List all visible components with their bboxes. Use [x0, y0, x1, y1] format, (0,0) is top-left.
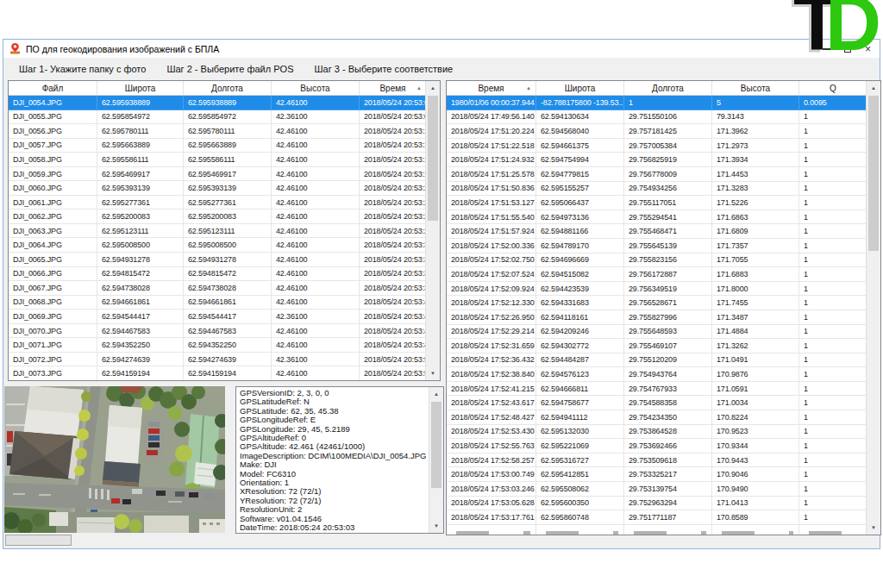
table-row[interactable]: 2018/05/24 17:51:20.22462.59456804029.75…: [447, 124, 867, 139]
table-row[interactable]: 2018/05/24 17:52:12.33062.59433168329.75…: [447, 296, 867, 310]
cell-longitude: 29.755645139: [624, 239, 712, 253]
table-row[interactable]: 2018/05/24 17:52:48.42762.59494111229.75…: [447, 410, 867, 425]
table-row[interactable]: 2018/05/24 17:52:58.25762.59531672729.75…: [447, 454, 867, 468]
photo-table-rows: DJI_0054.JPG62.59593888962.59593888942.4…: [9, 96, 427, 380]
table-row[interactable]: 2018/05/24 17:52:36.43262.59448428729.75…: [447, 353, 867, 368]
table-row[interactable]: DJI_0061.JPG62.59527736162.59527736142.4…: [9, 196, 427, 210]
table-row[interactable]: 1980/01/06 00:00:37.944-82.788175800 -13…: [447, 96, 867, 110]
scrollbar-thumb[interactable]: [428, 96, 438, 221]
table-row[interactable]: DJI_0072.JPG62.59427463962.59427463942.3…: [9, 353, 427, 367]
column-header-q[interactable]: Q: [799, 81, 867, 95]
table-row-partial[interactable]: [447, 525, 867, 535]
exif-panel[interactable]: GPSVersionID: 2, 3, 0, 0GPSLatitudeRef: …: [235, 386, 444, 534]
photo-table-scrollbar[interactable]: ▲ ▼: [425, 81, 440, 380]
table-row[interactable]: 2018/05/24 17:52:31.65962.59430277229.75…: [447, 339, 867, 353]
table-row[interactable]: DJI_0069.JPG62.59454441762.59454441742.3…: [9, 310, 427, 324]
cell-altitude: 5: [712, 96, 799, 110]
table-row[interactable]: DJI_0067.JPG62.59473802862.59473802842.4…: [9, 281, 427, 296]
scroll-down-icon[interactable]: ▼: [867, 521, 880, 535]
cell-time: 2018/05/24 20:53:19: [360, 167, 427, 182]
menu-item-step3[interactable]: Шаг 3 - Выберите соответствие: [304, 64, 463, 74]
table-row[interactable]: 2018/05/24 17:52:07.52462.59451508229.75…: [447, 267, 867, 282]
table-row[interactable]: 2018/05/24 17:53:05.62862.59560035029.75…: [447, 497, 867, 511]
table-row[interactable]: DJI_0071.JPG62.59435225062.59435225042.4…: [9, 338, 427, 353]
pos-table-scrollbar[interactable]: ▲ ▼: [866, 81, 880, 535]
column-header-latitude[interactable]: Широта: [536, 81, 624, 95]
cell-time: 2018/05/24 17:52:48.427: [447, 410, 536, 425]
table-row[interactable]: DJI_0060.JPG62.59539313962.59539313942.4…: [9, 181, 427, 196]
cell-file: DJI_0054.JPG: [9, 96, 97, 110]
table-row[interactable]: 2018/05/24 17:49:56.14062.59413063429.75…: [447, 110, 867, 125]
table-row[interactable]: 2018/05/24 17:52:55.76362.59522106929.75…: [447, 439, 867, 454]
column-header-longitude[interactable]: Долгота: [184, 81, 272, 95]
scroll-up-icon[interactable]: ▲: [429, 387, 443, 401]
cell-file: DJI_0068.JPG: [9, 296, 97, 310]
table-row[interactable]: 2018/05/24 17:53:03.24662.59550806229.75…: [447, 482, 867, 497]
cell-time: 2018/05/24 17:51:25.578: [447, 167, 536, 182]
scroll-up-icon[interactable]: ▲: [867, 81, 880, 95]
column-header-altitude[interactable]: Высота: [272, 81, 360, 95]
scrollbar-thumb[interactable]: [431, 402, 442, 488]
table-row[interactable]: 2018/05/24 17:52:26.95062.59411816129.75…: [447, 310, 867, 325]
column-header-time[interactable]: Время▲: [447, 81, 536, 95]
cell-latitude: 62.594696669: [536, 253, 624, 268]
table-row[interactable]: 2018/05/24 17:52:43.61762.59475867729.75…: [447, 396, 867, 410]
cell-altitude: 42.46100: [272, 210, 360, 224]
table-row[interactable]: DJI_0055.JPG62.59585497262.59585497242.3…: [9, 110, 427, 125]
scroll-up-icon[interactable]: ▲: [426, 81, 440, 95]
table-row[interactable]: DJI_0064.JPG62.59500850062.59500850042.4…: [9, 238, 427, 253]
table-row[interactable]: DJI_0065.JPG62.59493127862.59493127842.4…: [9, 253, 427, 267]
title-bar[interactable]: ПО для геокодирования изображений с БПЛА…: [3, 40, 880, 58]
table-row[interactable]: 2018/05/24 17:51:55.54062.59497313629.75…: [447, 210, 867, 225]
table-row[interactable]: DJI_0073.JPG62.59415919462.59415919442.4…: [9, 366, 427, 380]
column-header-latitude[interactable]: Широта: [97, 81, 184, 95]
cell-altitude: 42.46100: [272, 267, 360, 282]
column-header-longitude[interactable]: Долгота: [624, 81, 712, 95]
cell-longitude: 29.755117051: [624, 196, 712, 210]
table-row[interactable]: 2018/05/24 17:52:00.33662.59478917029.75…: [447, 239, 867, 253]
cell-latitude: 62.594130634: [536, 110, 624, 125]
menu-item-step2[interactable]: Шаг 2 - Выберите файл POS: [156, 64, 304, 74]
table-row[interactable]: DJI_0056.JPG62.59578011162.59578011142.4…: [9, 124, 427, 139]
table-row[interactable]: 2018/05/24 17:52:38.84062.59457612329.75…: [447, 367, 867, 382]
scroll-down-icon[interactable]: ▼: [426, 366, 440, 380]
menu-item-step1[interactable]: Шаг 1- Укажите папку с фото: [9, 64, 156, 74]
cell-clipped: [624, 525, 712, 535]
cell-altitude: 170.8589: [712, 510, 799, 525]
table-row[interactable]: 2018/05/24 17:52:02.75062.59469666929.75…: [447, 253, 867, 268]
scroll-down-icon[interactable]: ▼: [429, 519, 443, 533]
table-row[interactable]: 2018/05/24 17:51:53.12762.59506643729.75…: [447, 196, 867, 210]
cell-time: 2018/05/24 17:51:55.540: [447, 210, 536, 225]
table-row[interactable]: DJI_0054.JPG62.59593888962.59593888942.4…: [9, 96, 427, 110]
exif-scrollbar[interactable]: ▲ ▼: [429, 387, 443, 533]
table-row[interactable]: 2018/05/24 17:51:50.83662.59515525729.75…: [447, 182, 867, 197]
table-row[interactable]: 2018/05/24 17:52:09.92462.59442353929.75…: [447, 282, 867, 297]
table-row[interactable]: 2018/05/24 17:52:53.43062.59513203029.75…: [447, 425, 867, 440]
table-row[interactable]: DJI_0059.JPG62.59546991762.59546991742.4…: [9, 167, 427, 182]
table-row[interactable]: DJI_0062.JPG62.59520008362.59520008342.4…: [9, 210, 427, 224]
photo-preview: [4, 386, 225, 533]
table-row[interactable]: DJI_0066.JPG62.59481547262.59481547242.4…: [9, 267, 427, 282]
cell-altitude: 42.46100: [272, 139, 360, 153]
table-row[interactable]: DJI_0068.JPG62.59466186162.59466186142.4…: [9, 296, 427, 310]
column-header-time[interactable]: Время▲: [360, 81, 427, 95]
table-row[interactable]: 2018/05/24 17:53:00.74962.59541285129.75…: [447, 467, 867, 482]
cell-altitude: 171.0413: [712, 497, 799, 511]
table-row[interactable]: 2018/05/24 17:51:25.57862.59477981529.75…: [447, 167, 867, 182]
cell-altitude: 170.9523: [712, 425, 799, 440]
column-header-file[interactable]: Файл: [9, 81, 97, 95]
table-row[interactable]: 2018/05/24 17:52:29.21462.59420924629.75…: [447, 325, 867, 340]
column-header-altitude[interactable]: Высота: [712, 81, 799, 95]
table-row[interactable]: 2018/05/24 17:51:57.92462.59488116629.75…: [447, 224, 867, 239]
table-row[interactable]: DJI_0058.JPG62.59558611162.59558611142.4…: [9, 153, 427, 167]
scrollbar-thumb[interactable]: [868, 96, 879, 251]
table-row[interactable]: 2018/05/24 17:51:22.51862.59466137529.75…: [447, 139, 867, 153]
table-row[interactable]: DJI_0070.JPG62.59446758362.59446758342.4…: [9, 324, 427, 339]
table-row[interactable]: 2018/05/24 17:53:17.76162.59586074829.75…: [447, 510, 867, 525]
cell-q: 0.0095: [799, 96, 867, 110]
table-row[interactable]: DJI_0063.JPG62.59512311162.59512311142.4…: [9, 224, 427, 239]
table-row[interactable]: DJI_0057.JPG62.59566388962.59566388942.4…: [9, 139, 427, 153]
cell-q: 1: [799, 367, 867, 382]
table-row[interactable]: 2018/05/24 17:51:24.93262.59475499429.75…: [447, 153, 867, 167]
table-row[interactable]: 2018/05/24 17:52:41.21562.59466681129.75…: [447, 382, 867, 397]
